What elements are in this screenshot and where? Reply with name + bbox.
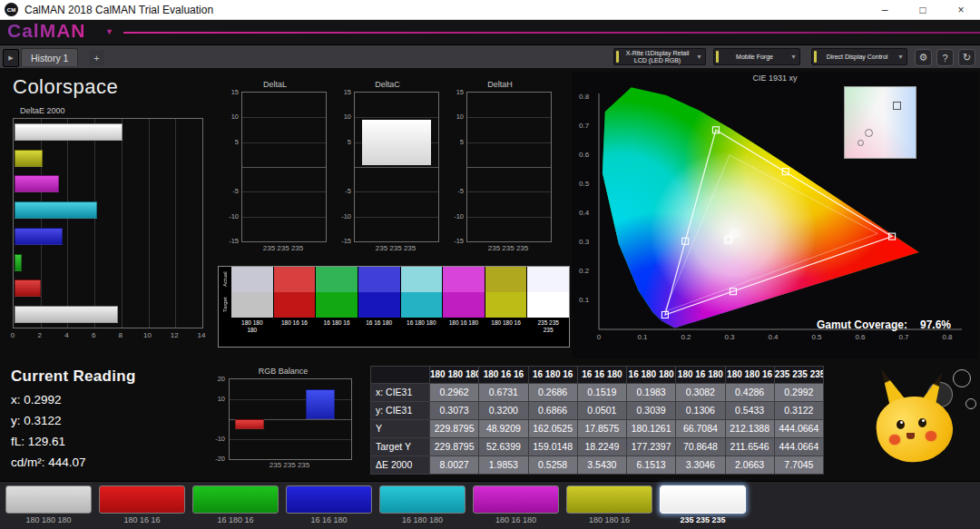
axis-tick-label: -15 [334, 237, 351, 245]
add-tab-button[interactable]: + [89, 50, 104, 65]
actual-color-swatch [401, 267, 443, 292]
table-cell: 2.0663 [726, 456, 774, 474]
inset-measured-marker [858, 140, 864, 146]
measurement-table: 180 180 180180 16 1616 180 1616 16 18016… [370, 366, 824, 475]
table-cell: 212.1388 [726, 420, 774, 437]
table-cell: 0.2962 [430, 384, 478, 401]
gridline [149, 119, 150, 328]
dropdown-line2: LCD (LED RGB) [621, 57, 694, 64]
source-dropdown[interactable]: Mobile Forge ▼ [713, 48, 800, 65]
reading-value: x: 0.2992 [11, 393, 136, 407]
pattern-bar: 180 180 180180 16 1616 180 1616 16 18016… [0, 481, 980, 529]
pattern-swatch-tile [379, 485, 466, 514]
axis-tick-label: -15 [446, 237, 464, 245]
pattern-swatch[interactable]: 16 16 180 [282, 484, 376, 524]
table-row-label: ΔE 2000 [371, 456, 429, 474]
pattern-swatch-list: 180 180 180180 16 1616 180 1616 16 18016… [2, 484, 750, 524]
zero-line [355, 167, 438, 168]
table-cell: 0.1306 [676, 402, 724, 419]
color-patch-label: 235 235 235 [527, 318, 569, 347]
chart-plot [229, 378, 352, 460]
color-patch: 16 16 180 [358, 267, 400, 347]
pattern-swatch[interactable]: 180 180 180 [2, 484, 95, 524]
refresh-button[interactable]: ↻ [958, 49, 975, 66]
pattern-swatch[interactable]: 180 16 180 [469, 484, 563, 524]
pattern-swatch[interactable]: 180 16 16 [95, 484, 189, 524]
display-control-dropdown[interactable]: Direct Display Control ▼ [811, 48, 907, 65]
logo-menu-caret-icon[interactable]: ▼ [105, 27, 113, 36]
delta-e-bar [15, 201, 97, 219]
table-header-cell: 235 235 235 [775, 367, 823, 383]
source-dropdown-label: Mobile Forge [719, 54, 790, 61]
gridline [230, 439, 351, 440]
delta-mini-chart: DeltaC15105-5-10-15235 235 235 [334, 80, 441, 263]
gridline [94, 119, 95, 328]
table-cell: 0.3073 [430, 402, 478, 419]
gridline [467, 142, 551, 143]
axis-tick-label: 10 [207, 395, 225, 403]
target-color-swatch [231, 292, 273, 318]
axis-tick-label: -5 [334, 187, 351, 195]
chevron-down-icon: ▼ [897, 54, 904, 60]
table-cell: 18.2249 [578, 438, 626, 456]
pattern-swatch[interactable]: 16 180 180 [376, 484, 469, 524]
pattern-swatch-tile [566, 485, 652, 514]
pattern-swatch[interactable]: 16 180 16 [189, 484, 282, 524]
meter-dropdown[interactable]: X-Rite i1Display Retail LCD (LED RGB) ▼ [613, 48, 706, 65]
table-cell: 229.8795 [430, 438, 478, 456]
close-button[interactable]: × [942, 0, 980, 20]
tab-history-1[interactable]: History 1 [21, 48, 78, 66]
axis-tick-label: 15 [221, 88, 239, 96]
settings-button[interactable]: ⚙ [915, 49, 932, 66]
chart-bottom-label: 235 235 235 [466, 244, 550, 252]
strip-cells: 180 180 180180 16 1616 180 1616 16 18016… [230, 267, 569, 347]
white-point-zoom-inset [844, 86, 916, 159]
axis-tick-label: 6 [92, 331, 95, 339]
pattern-swatch-tile [660, 485, 746, 514]
strip-row-labels: Actual Target [219, 267, 230, 347]
table-cell: 180.1261 [627, 420, 675, 437]
axis-tick-label: 10 [334, 113, 351, 121]
table-cell: 0.2686 [529, 384, 577, 401]
minimize-button[interactable]: – [866, 0, 904, 20]
pattern-swatch-label: 235 235 235 [680, 515, 725, 524]
maximize-button[interactable]: □ [904, 0, 942, 20]
delta-mini-charts: DeltaL15105-5-10-15235 235 235DeltaC1510… [221, 80, 554, 263]
gridline [355, 117, 438, 118]
actual-color-swatch [485, 267, 527, 292]
help-button[interactable]: ? [936, 49, 954, 66]
axis-tick-label: 14 [198, 331, 206, 339]
cie-1931-chart: CIE 1931 xy [572, 72, 978, 358]
table-row-label: Target Y [371, 438, 429, 456]
pattern-swatch-label: 16 16 180 [310, 515, 347, 524]
chart-bottom-label: 235 235 235 [354, 244, 437, 252]
target-color-swatch [485, 292, 527, 318]
chart-plot [241, 92, 327, 242]
chart-title: CIE 1931 xy [572, 73, 978, 83]
color-patch-label: 16 180 16 [316, 318, 358, 347]
rgb-balance-bar-red [235, 419, 264, 429]
target-color-swatch [358, 292, 400, 318]
table-cell: 3.5430 [578, 456, 626, 474]
mascot-eye [897, 420, 905, 429]
table-cell: 211.6546 [726, 438, 774, 456]
axis-tick-label: 10 [143, 331, 152, 339]
table-header-cell: 16 180 16 [529, 367, 577, 383]
current-reading-title: Current Reading [11, 367, 136, 386]
pattern-swatch[interactable]: 180 180 16 [563, 484, 656, 524]
target-color-swatch [443, 292, 485, 318]
color-patch-label: 180 180 180 [231, 318, 273, 347]
chart-title: DeltaE 2000 [20, 106, 65, 115]
pattern-swatch[interactable]: 235 235 235 [656, 484, 750, 524]
gridline [355, 191, 438, 192]
table-cell: 0.1519 [578, 384, 626, 401]
dropdown-line1: Direct Display Control [818, 54, 896, 61]
table-cell: 52.6399 [479, 438, 527, 456]
mascot-mouth [906, 433, 915, 439]
tab-scroll-button[interactable]: ▶ [3, 49, 19, 67]
axis-tick-label: 8 [119, 331, 122, 339]
table-cell: 66.7084 [676, 420, 724, 437]
table-cell: 229.8795 [430, 420, 478, 437]
table-cell: 0.3122 [775, 402, 823, 419]
spectral-locus-fill [572, 83, 978, 355]
